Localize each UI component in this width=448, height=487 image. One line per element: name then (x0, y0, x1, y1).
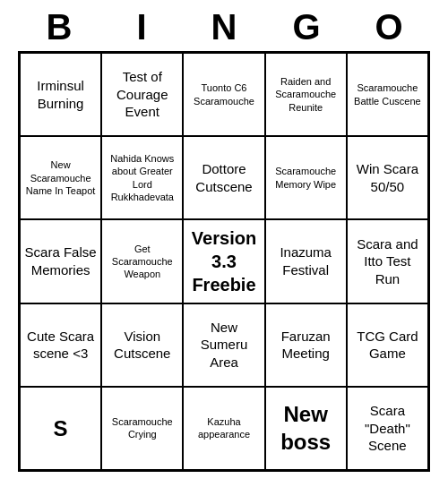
bingo-letter-b: B (22, 7, 97, 47)
bingo-cell-20: S (20, 387, 101, 470)
bingo-cell-4: Scaramouche Battle Cuscene (347, 53, 428, 136)
bingo-cell-19: TCG Card Game (347, 303, 428, 387)
bingo-cell-18: Faruzan Meeting (265, 303, 347, 387)
bingo-cell-13: Inazuma Festival (265, 219, 347, 303)
bingo-letter-o: O (351, 7, 426, 47)
bingo-cell-8: Scaramouche Memory Wipe (265, 136, 347, 219)
bingo-cell-0: Irminsul Burning (20, 53, 101, 136)
bingo-cell-15: Cute Scara scene <3 (20, 303, 101, 387)
bingo-letter-i: I (104, 7, 179, 47)
bingo-cell-6: Nahida Knows about Greater Lord Rukkhade… (101, 136, 183, 219)
bingo-cell-3: Raiden and Scaramouche Reunite (265, 53, 347, 136)
bingo-cell-7: Dottore Cutscene (183, 136, 264, 219)
bingo-cell-9: Win Scara 50/50 (347, 136, 428, 219)
bingo-letter-g: G (269, 7, 344, 47)
bingo-cell-1: Test of Courage Event (101, 53, 183, 136)
bingo-header: BINGO (18, 0, 430, 51)
bingo-cell-11: Get Scaramouche Weapon (101, 219, 183, 303)
bingo-cell-14: Scara and Itto Test Run (347, 219, 428, 303)
bingo-cell-21: Scaramouche Crying (101, 387, 183, 470)
bingo-cell-12: Version 3.3 Freebie (183, 219, 264, 303)
bingo-cell-5: New Scaramouche Name In Teapot (20, 136, 101, 219)
bingo-cell-23: New boss (265, 387, 347, 470)
bingo-cell-10: Scara False Memories (20, 219, 101, 303)
bingo-grid: Irminsul BurningTest of Courage EventTuo… (18, 51, 430, 472)
bingo-cell-17: New Sumeru Area (183, 303, 264, 387)
bingo-cell-2: Tuonto C6 Scaramouche (183, 53, 264, 136)
bingo-letter-n: N (186, 7, 262, 47)
bingo-cell-22: Kazuha appearance (183, 387, 264, 470)
bingo-cell-16: Vision Cutscene (101, 303, 183, 387)
bingo-cell-24: Scara "Death" Scene (347, 387, 428, 470)
